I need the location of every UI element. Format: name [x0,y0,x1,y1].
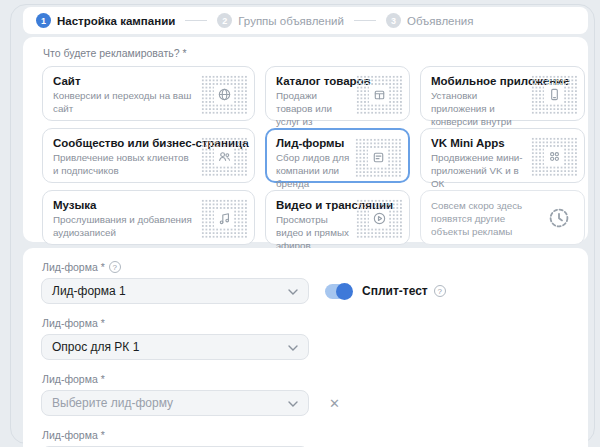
coming-soon-text: Совсем скоро здесь появятся другие объек… [431,199,543,239]
field-label: Лид-форма * [42,429,570,441]
step-1-label: Настройка кампании [57,15,175,27]
remove-leadform-icon[interactable]: ✕ [329,397,340,410]
dotted-pattern [356,199,402,238]
step-3-badge: 3 [386,13,401,28]
community-icon [214,147,234,166]
step-2-badge: 2 [217,13,232,28]
step-1-badge: 1 [36,13,51,28]
miniapps-icon [544,147,564,166]
catalog-icon [369,85,389,104]
globe-icon [214,85,234,104]
split-test-help-icon[interactable]: ? [434,285,446,297]
step-ad-groups[interactable]: 2 Группы объявлений [217,13,344,28]
dotted-pattern [531,137,577,176]
objective-tile-community[interactable]: Сообщество или бизнес-страница Привлечен… [42,128,255,183]
leadform-select-3[interactable]: Выберите лид-форму [41,390,309,416]
select-value: Опрос для РК 1 [52,340,139,354]
split-test-label: Сплит-тест [362,284,428,298]
dotted-pattern [201,199,247,238]
campaign-stepper: 1 Настройка кампании 2 Группы объявлений… [23,7,588,34]
objective-tile-video[interactable]: Видео и трансляции Просмотры видео и пря… [265,190,410,245]
leadform-field-2: Лид-форма * Опрос для РК 1 [41,317,570,360]
field-label-text: Лид-форма * [42,429,105,441]
chevron-down-icon [288,340,298,354]
step-2-label: Группы объявлений [238,15,344,27]
objective-tile-site[interactable]: Сайт Конверсии и переходы на ваш сайт [42,66,255,121]
step-campaign-settings[interactable]: 1 Настройка кампании [36,13,175,28]
objective-grid: Сайт Конверсии и переходы на ваш сайт Ка… [42,66,578,245]
step-divider [354,20,376,21]
music-icon [214,209,234,228]
leadform-field-4: Лид-форма * Выберите лид-форму ✕ [41,429,570,447]
step-3-label: Объявления [407,15,474,27]
help-icon[interactable]: ? [109,261,121,273]
dotted-pattern [201,75,247,114]
objective-question: Что будете рекламировать? * [43,47,578,59]
field-label-text: Лид-форма * [42,317,105,329]
field-label-text: Лид-форма * [42,373,105,385]
clock-icon [544,203,574,233]
select-placeholder: Выберите лид-форму [52,396,173,410]
toggle-knob [336,283,353,300]
coming-soon-tile: Совсем скоро здесь появятся другие объек… [420,190,585,245]
field-label: Лид-форма * [42,373,570,385]
dotted-pattern [531,75,577,114]
leadform-field-3: Лид-форма * Выберите лид-форму ✕ [41,373,570,416]
objective-tile-music[interactable]: Музыка Прослушивания и добавления аудиоз… [42,190,255,245]
leadform-field-1: Лид-форма * ? Лид-форма 1 Сплит-тест ? [41,261,570,304]
objective-tile-lead-forms[interactable]: Лид-формы Сбор лидов для компании или бр… [265,128,410,183]
step-ads[interactable]: 3 Объявления [386,13,474,28]
dotted-pattern [355,138,401,177]
play-icon [369,209,389,228]
objective-tile-mobile-app[interactable]: Мобильное приложение Установки приложени… [420,66,585,121]
objective-tile-mini-apps[interactable]: VK Mini Apps Продвижение мини-приложений… [420,128,585,183]
split-test-toggle[interactable] [325,284,352,299]
chevron-down-icon [288,396,298,410]
chevron-down-icon [288,284,298,298]
phone-icon [544,85,564,104]
leadform-icon [368,148,388,167]
step-divider [185,20,207,21]
dotted-pattern [356,75,402,114]
field-label: Лид-форма * ? [42,261,570,273]
field-label-text: Лид-форма * [42,261,105,273]
leadform-card: Лид-форма * ? Лид-форма 1 Сплит-тест ? Л… [23,248,588,447]
leadform-select-1[interactable]: Лид-форма 1 [41,278,309,304]
select-value: Лид-форма 1 [52,284,126,298]
objective-card: Что будете рекламировать? * Сайт Конверс… [23,37,588,242]
dotted-pattern [201,137,247,176]
leadform-select-2[interactable]: Опрос для РК 1 [41,334,309,360]
field-label: Лид-форма * [42,317,570,329]
objective-tile-catalog[interactable]: Каталог товаров Продажи товаров или услу… [265,66,410,121]
